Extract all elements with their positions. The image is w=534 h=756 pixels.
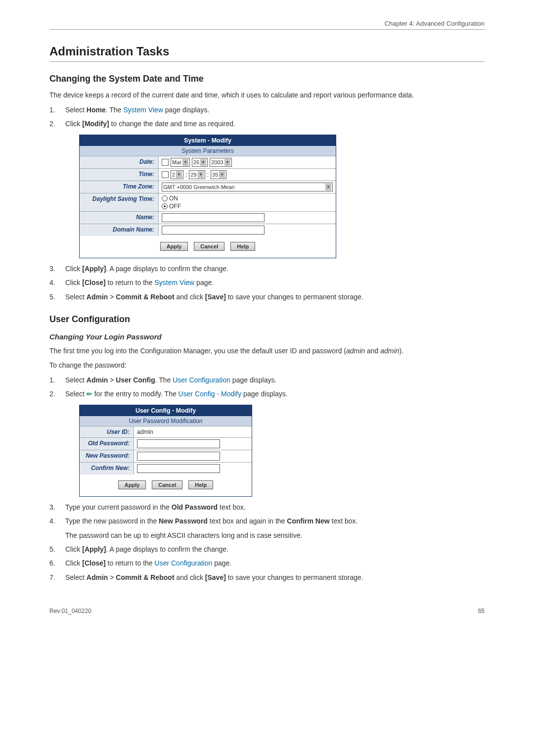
list-num: 3.: [49, 263, 65, 274]
hour-select[interactable]: 2▾: [171, 170, 183, 179]
name-input[interactable]: [162, 213, 265, 222]
help-button[interactable]: Help: [188, 480, 213, 489]
chevron-down-icon: ▾: [198, 171, 204, 178]
list-item: Type the new password in the New Passwor…: [65, 516, 485, 541]
chevron-down-icon: ▾: [219, 171, 225, 178]
label-timezone: Time Zone:: [80, 181, 159, 193]
timezone-select[interactable]: GMT +0000 Greenwich Mean▾: [162, 183, 333, 191]
link-system-view[interactable]: System View: [123, 106, 163, 114]
userid-value: admin: [137, 428, 153, 435]
list-num: 4.: [49, 277, 65, 288]
list-num: 1.: [49, 104, 65, 115]
cancel-button[interactable]: Cancel: [194, 242, 224, 251]
list-num: 2.: [49, 118, 65, 129]
label-time: Time:: [80, 169, 159, 181]
date-checkbox[interactable]: [162, 159, 169, 166]
list-item: Click [Modify] to change the date and ti…: [65, 118, 485, 129]
password-intro: The first time you log into the Configur…: [49, 346, 485, 356]
cancel-button[interactable]: Cancel: [152, 480, 182, 489]
list-item: Click [Apply]. A page displays to confir…: [65, 263, 485, 274]
list-item: Click [Close] to return to the System Vi…: [65, 277, 485, 288]
list-item: Select Admin > Commit & Reboot and click…: [65, 572, 485, 583]
panel-subtitle: System Parameters: [80, 146, 336, 156]
list-item: Select Home. The System View page displa…: [65, 104, 485, 115]
label-date: Date:: [80, 156, 159, 168]
list-num: 3.: [49, 502, 65, 513]
page-title: Administration Tasks: [49, 45, 485, 62]
time-checkbox[interactable]: [162, 171, 169, 178]
dst-on-radio[interactable]: ON: [162, 195, 178, 202]
section-title-userconfig: User Configuration: [49, 314, 485, 325]
dst-off-radio[interactable]: OFF: [162, 203, 181, 210]
section-title-datetime: Changing the System Date and Time: [49, 74, 485, 84]
list-num: 1.: [49, 375, 65, 385]
link-system-view[interactable]: System View: [155, 279, 195, 286]
panel-subtitle: User Password Modification: [80, 416, 252, 426]
list-num: 5.: [49, 544, 65, 555]
month-select[interactable]: Mar▾: [171, 158, 190, 167]
list-item: Select Admin > User Config. The User Con…: [65, 375, 485, 385]
chevron-down-icon: ▾: [200, 159, 206, 166]
link-user-configuration[interactable]: User Configuration: [155, 559, 213, 567]
list-item: Select Admin > Commit & Reboot and click…: [65, 291, 485, 302]
list-num: 6.: [49, 558, 65, 568]
list-num: 7.: [49, 572, 65, 583]
to-change-text: To change the password:: [49, 360, 485, 371]
list-item-line2: The password can be up to eight ASCII ch…: [65, 530, 485, 541]
chevron-down-icon: ▾: [182, 159, 188, 166]
list-item: Type your current password in the Old Pa…: [65, 502, 485, 513]
list-item: Click [Close] to return to the User Conf…: [65, 558, 485, 568]
minute-select[interactable]: 29▾: [189, 170, 205, 179]
label-domain: Domain Name:: [80, 224, 159, 236]
second-select[interactable]: 35▾: [211, 170, 226, 179]
label-userid: User ID:: [80, 426, 134, 437]
subsection-title-password: Changing Your Login Password: [49, 332, 485, 341]
list-num: 4.: [49, 516, 65, 541]
colon: :: [185, 171, 187, 178]
system-modify-panel: System - Modify System Parameters Date: …: [79, 135, 336, 258]
footer-page: 65: [478, 608, 485, 614]
apply-button[interactable]: Apply: [160, 242, 188, 251]
user-config-modify-panel: User Config - Modify User Password Modif…: [79, 405, 252, 497]
day-select[interactable]: 26▾: [192, 158, 208, 167]
label-oldpass: Old Password:: [80, 438, 134, 450]
colon: :: [207, 171, 209, 178]
datetime-intro: The device keeps a record of the current…: [49, 90, 485, 100]
label-name: Name:: [80, 212, 159, 224]
old-password-input[interactable]: [137, 439, 220, 448]
year-select[interactable]: 2003▾: [210, 158, 231, 167]
chevron-down-icon: ▾: [176, 171, 182, 178]
footer-rev: Rev:01_040220: [49, 608, 91, 614]
chevron-down-icon: ▾: [325, 184, 331, 190]
panel-title: System - Modify: [80, 135, 336, 146]
confirm-new-input[interactable]: [137, 464, 220, 473]
label-newpass: New Password:: [80, 450, 134, 462]
panel-title: User Config - Modify: [80, 405, 252, 416]
new-password-input[interactable]: [137, 452, 220, 461]
list-item: Select ✎ for the entry to modify. The Us…: [65, 388, 485, 399]
domain-input[interactable]: [162, 226, 265, 235]
chevron-down-icon: ▾: [224, 159, 230, 166]
chapter-header: Chapter 4: Advanced Configuration: [49, 20, 485, 30]
list-num: 2.: [49, 388, 65, 399]
link-user-config-modify[interactable]: User Config - Modify: [178, 390, 242, 398]
apply-button[interactable]: Apply: [118, 480, 146, 489]
link-user-configuration[interactable]: User Configuration: [173, 376, 230, 384]
help-button[interactable]: Help: [230, 242, 255, 251]
label-dst: Daylight Saving Time:: [80, 193, 159, 211]
list-item: Click [Apply]. A page displays to confir…: [65, 544, 485, 555]
label-confirm: Confirm New:: [80, 463, 134, 474]
list-num: 5.: [49, 291, 65, 302]
